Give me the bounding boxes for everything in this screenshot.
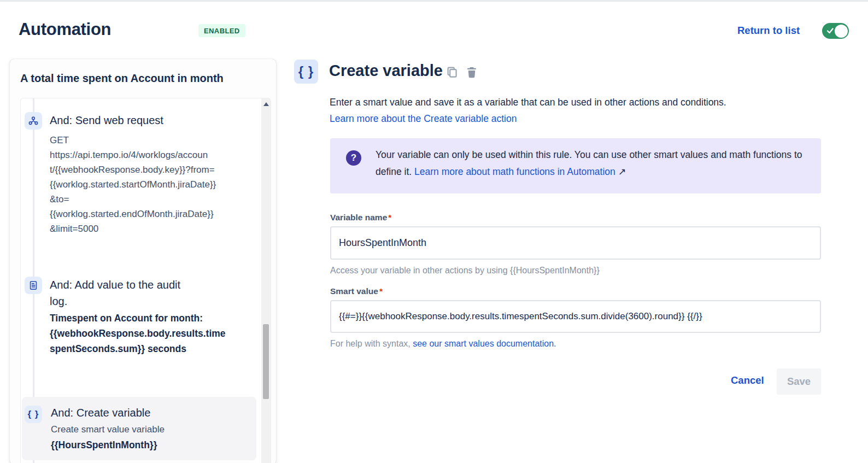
rule-title: A total time spent on Account in month — [20, 72, 266, 85]
scrollbar-thumb[interactable] — [263, 324, 269, 399]
step-create-variable-selected[interactable]: { } And: Create variable Create smart va… — [22, 397, 256, 460]
info-box-text: Your variable can only be used within th… — [376, 146, 807, 180]
audit-log-icon — [25, 277, 42, 294]
step-send-web-request[interactable]: And: Send web request GET https://api.te… — [21, 112, 261, 233]
info-box: ? Your variable can only be used within … — [330, 138, 821, 194]
action-title: Create variable — [329, 62, 443, 80]
copy-icon[interactable] — [445, 65, 459, 79]
step-detail: GET https://api.tempo.io/4/worklogs/acco… — [50, 133, 256, 233]
automation-rule-screen: Automation ENABLED Return to list A tota… — [0, 0, 868, 463]
variable-name-label: Variable name* — [330, 213, 391, 222]
step-detail-bold: Timespent on Account for month: {{webhoo… — [50, 310, 256, 356]
webhook-icon — [25, 112, 42, 130]
rule-steps-panel: A total time spent on Account in month — [10, 59, 276, 463]
smart-value-helper: For help with syntax, see our smart valu… — [330, 339, 556, 349]
rule-enabled-toggle[interactable] — [822, 23, 849, 39]
smart-value-input[interactable] — [330, 300, 821, 333]
return-to-list-link[interactable]: Return to list — [737, 25, 800, 37]
math-functions-link[interactable]: Learn more about math functions in Autom… — [414, 166, 615, 177]
step-detail: Create smart value variable — [51, 422, 251, 437]
step-title: And: Add value to the audit log. — [50, 277, 256, 309]
variable-name-helper: Access your variable in other actions by… — [330, 266, 600, 276]
smart-value-label: Smart value* — [330, 286, 383, 296]
toggle-knob — [835, 25, 848, 38]
required-asterisk: * — [379, 286, 383, 296]
steps-scrollbar[interactable] — [261, 98, 271, 463]
learn-more-link[interactable]: Learn more about the Create variable act… — [330, 113, 517, 124]
step-title: And: Send web request — [50, 112, 256, 128]
save-button[interactable]: Save — [777, 368, 821, 395]
scroll-up-arrow-icon[interactable] — [263, 102, 269, 106]
page-title: Automation — [19, 20, 111, 39]
question-icon: ? — [346, 150, 361, 166]
variable-name-input[interactable] — [330, 226, 821, 260]
step-title: And: Create variable — [51, 405, 251, 421]
step-detail-bold: {{HoursSpentInMonth}} — [51, 437, 251, 453]
smart-values-doc-link[interactable]: see our smart values documentation. — [413, 339, 556, 348]
action-description: Enter a smart value and save it as a var… — [330, 94, 822, 127]
required-asterisk: * — [388, 213, 391, 222]
external-link-arrow-icon: ↗ — [615, 166, 626, 177]
check-icon — [826, 26, 835, 35]
cancel-button[interactable]: Cancel — [731, 374, 764, 386]
description-text: Enter a smart value and save it as a var… — [330, 97, 726, 108]
status-badge: ENABLED — [198, 24, 245, 37]
braces-icon: { } — [25, 406, 42, 423]
rule-steps-list: And: Send web request GET https://api.te… — [20, 98, 271, 463]
braces-icon: { } — [294, 60, 318, 84]
step-audit-log[interactable]: And: Add value to the audit log. Timespe… — [21, 277, 261, 356]
trash-icon[interactable] — [465, 65, 479, 79]
